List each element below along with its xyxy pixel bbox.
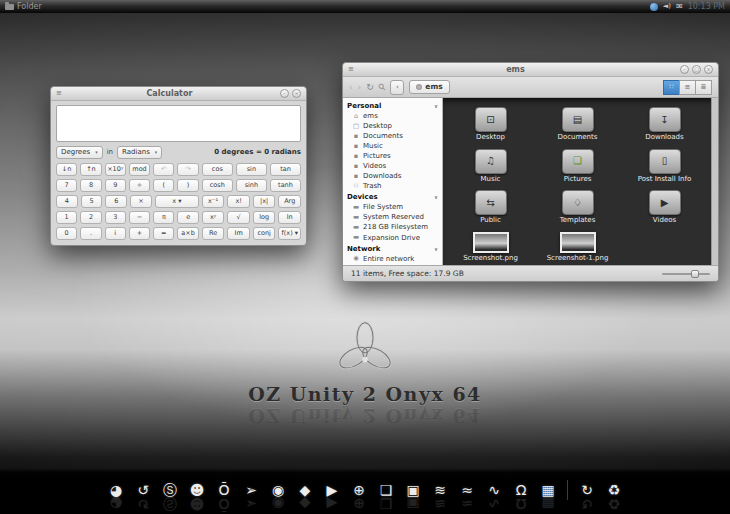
refresh-button[interactable]: ↻ [366, 83, 374, 92]
gimp-icon[interactable]: Õ [214, 480, 234, 500]
calc-key-inverse[interactable]: x⁻¹ [202, 195, 225, 208]
calc-key-sinh[interactable]: sinh [236, 179, 267, 192]
list-view-button[interactable]: ≡ [679, 80, 696, 95]
calc-key-variable-x[interactable]: x ▾ [155, 195, 199, 208]
trash-icon[interactable]: ♻ [604, 480, 624, 500]
calc-key-two[interactable]: 2 [80, 211, 101, 224]
calc-key-power[interactable]: xʸ [202, 211, 225, 224]
calc-key-one[interactable]: 1 [56, 211, 77, 224]
calc-key-scientific-notation[interactable]: ×10ʸ [105, 163, 126, 176]
calc-key-decimal-point[interactable]: . [80, 227, 101, 240]
audio-monitor-icon[interactable]: ∿ [484, 480, 504, 500]
active-app-indicator[interactable]: Folder [5, 3, 42, 11]
file-item-screenshot-1-png[interactable]: Screenshot-1.png [534, 232, 621, 263]
sidebar-item-trash[interactable]: ♲Trash [343, 181, 442, 191]
calc-key-three[interactable]: 3 [105, 211, 126, 224]
skype-icon[interactable]: Ⓢ [160, 480, 180, 500]
flock-birds-1-icon[interactable]: ≋ [430, 480, 450, 500]
calc-key-argument[interactable]: Arg [278, 195, 301, 208]
breadcrumb[interactable]: ems [409, 80, 449, 95]
file-item-templates[interactable]: ♢Templates [534, 190, 621, 225]
sidebar-item-videos[interactable]: ▪Videos [343, 161, 442, 171]
file-item-screenshot-png[interactable]: Screenshot.png [447, 232, 534, 263]
session-restart-icon[interactable]: ↻ [577, 480, 597, 500]
calc-key-open-paren[interactable]: ( [153, 179, 174, 192]
blender-icon[interactable]: ◉ [268, 480, 288, 500]
calc-key-nine[interactable]: 9 [105, 179, 126, 192]
sidebar-item-desktop[interactable]: ▢Desktop [343, 121, 442, 131]
calc-key-five[interactable]: 5 [81, 195, 103, 208]
sidebar-item-downloads[interactable]: ▪Downloads [343, 171, 442, 181]
sidebar-item-expansion-drive[interactable]: ▬Expansion Drive [343, 233, 442, 243]
calc-key-equals[interactable]: = [153, 227, 174, 240]
sidebar-item-system-reserved[interactable]: ▬System Reserved [343, 212, 442, 222]
forward-button[interactable]: › [358, 83, 362, 92]
calc-key-subscript[interactable]: ↓n [56, 163, 77, 176]
file-item-desktop[interactable]: ⊡Desktop [447, 107, 534, 142]
calc-key-divide[interactable]: ÷ [129, 179, 150, 192]
piggy-bank-icon[interactable]: Ω [511, 480, 531, 500]
close-button[interactable]: × [704, 65, 713, 74]
twitter-bird-icon[interactable]: ➢ [241, 480, 261, 500]
calc-key-cosh[interactable]: cosh [202, 179, 233, 192]
file-item-music[interactable]: ♫Music [447, 149, 534, 184]
file-item-post-install-info[interactable]: ▯Post Install Info [621, 149, 708, 184]
calc-key-log[interactable]: log [253, 211, 276, 224]
calculator-icon[interactable]: ▦ [538, 480, 558, 500]
inkscape-icon[interactable]: ◆ [295, 480, 315, 500]
calc-key-tanh[interactable]: tanh [270, 179, 301, 192]
unit-to-select[interactable]: Radians ▾ [117, 146, 162, 159]
close-button[interactable]: × [292, 89, 301, 98]
minimize-button[interactable]: – [280, 89, 289, 98]
sidebar-item-entire-network[interactable]: ◉Entire network [343, 254, 442, 264]
calc-key-undo[interactable]: ↶ [153, 163, 174, 176]
calc-key-absolute-value[interactable]: |x| [253, 195, 276, 208]
thunderbird-icon[interactable]: ↺ [133, 480, 153, 500]
firefox-icon[interactable]: ◕ [106, 480, 126, 500]
file-item-pictures[interactable]: ❏Pictures [534, 149, 621, 184]
chevron-down-icon[interactable]: ∨ [434, 246, 438, 252]
calc-key-cos[interactable]: cos [202, 163, 233, 176]
compact-view-button[interactable]: ≣ [695, 80, 712, 95]
sidebar-item-ems[interactable]: ⌂ems [343, 111, 442, 121]
scrollbar[interactable] [711, 98, 718, 265]
calculator-display[interactable] [56, 105, 301, 142]
back-button[interactable]: ‹ [349, 83, 353, 92]
file-item-documents[interactable]: ▤Documents [534, 107, 621, 142]
clock[interactable]: 10:13 PM [688, 3, 725, 11]
file-item-public[interactable]: ⇆Public [447, 190, 534, 225]
calc-key-superscript[interactable]: ↑n [80, 163, 101, 176]
calc-key-subtract[interactable]: − [129, 211, 150, 224]
calc-key-factorial[interactable]: x! [227, 195, 250, 208]
sidebar-item-music[interactable]: ▪Music [343, 141, 442, 151]
calc-key-square-root[interactable]: √ [227, 211, 250, 224]
volume-icon[interactable]: ◄) [663, 3, 671, 10]
sidebar-item-file-system[interactable]: ▬File System [343, 202, 442, 212]
zoom-slider[interactable] [662, 269, 710, 279]
unit-from-select[interactable]: Degrees ▾ [56, 146, 103, 159]
photos-icon[interactable]: ❏ [376, 480, 396, 500]
calc-key-tan[interactable]: tan [270, 163, 301, 176]
file-manager-titlebar[interactable]: ≡ ems – □ × [343, 63, 718, 77]
calc-key-four[interactable]: 4 [56, 195, 78, 208]
calc-key-multiply[interactable]: × [130, 195, 152, 208]
calc-key-zero[interactable]: 0 [56, 227, 77, 240]
calc-key-add[interactable]: + [129, 227, 150, 240]
sidebar-item-documents[interactable]: ▪Documents [343, 131, 442, 141]
search-icon[interactable]: ⚲ [377, 81, 388, 92]
calc-key-eight[interactable]: 8 [80, 179, 101, 192]
file-item-downloads[interactable]: ↧Downloads [621, 107, 708, 142]
network-icon[interactable] [650, 3, 658, 11]
contacts-icon[interactable]: ☻ [187, 480, 207, 500]
calc-key-conjugate[interactable]: conj [253, 227, 276, 240]
mail-icon[interactable]: ✉ [676, 3, 683, 11]
icon-view-button[interactable]: ∷ [663, 80, 680, 95]
chevron-down-icon[interactable]: ∨ [434, 103, 438, 109]
file-item-videos[interactable]: ▶Videos [621, 190, 708, 225]
flock-birds-2-icon[interactable]: ≈ [457, 480, 477, 500]
calc-key-real-part[interactable]: Re [202, 227, 225, 240]
calc-key-mod[interactable]: mod [129, 163, 150, 176]
minimize-button[interactable]: – [680, 65, 689, 74]
web-browser-icon[interactable]: ⊕ [349, 480, 369, 500]
calc-key-redo[interactable]: ↷ [177, 163, 198, 176]
